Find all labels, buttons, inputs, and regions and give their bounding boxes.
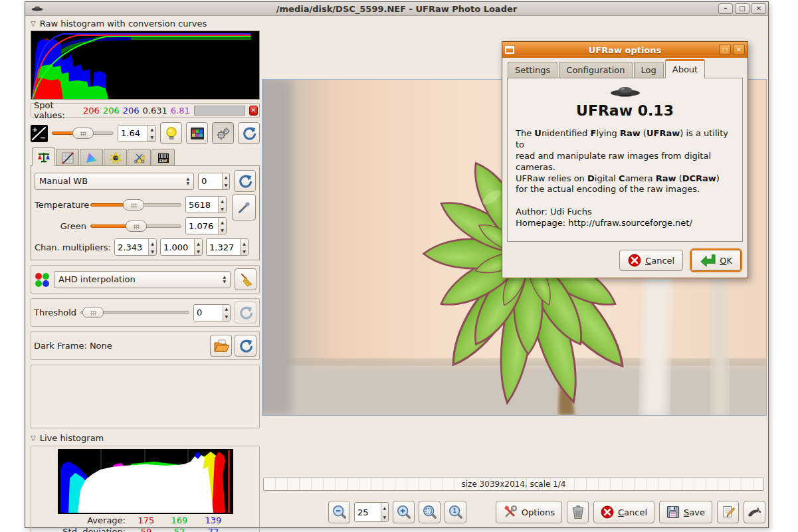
film-clip-button[interactable] xyxy=(186,122,208,144)
threshold-slider-handle[interactable] xyxy=(82,307,104,318)
zoom-100-button[interactable]: 1 xyxy=(445,501,466,523)
raw-histogram-expander[interactable]: ▽ Raw histogram with conversion curves xyxy=(31,18,260,29)
wb-preset-combo[interactable]: Manual WB ▲▼ xyxy=(35,173,194,190)
zoom-percent-spinbox[interactable]: ▲▼ xyxy=(354,502,389,522)
mult-green-input[interactable] xyxy=(161,239,194,255)
spot-values-bar: Spot values: 206 206 206 0.631 6.81 ✕ xyxy=(31,103,260,118)
cancel-button[interactable]: Cancel xyxy=(593,501,654,523)
spot-close-button[interactable]: ✕ xyxy=(249,106,258,116)
exposure-slider-handle[interactable] xyxy=(72,128,94,139)
options-button[interactable]: Options xyxy=(496,501,562,523)
temperature-input[interactable] xyxy=(186,197,218,213)
spin-up-icon[interactable]: ▲ xyxy=(219,197,226,205)
tab-settings[interactable]: Settings xyxy=(508,62,557,78)
temperature-spinbox[interactable]: ▲▼ xyxy=(185,196,227,213)
green-input[interactable] xyxy=(186,218,218,234)
auto-exposure-button[interactable] xyxy=(160,122,182,144)
wb-reset-button[interactable] xyxy=(234,170,256,192)
zoom-in-button[interactable] xyxy=(393,501,415,523)
spin-down-icon[interactable]: ▼ xyxy=(219,226,226,234)
mult-blue-spinbox[interactable]: ▲▼ xyxy=(206,238,249,256)
temperature-slider-handle[interactable] xyxy=(123,199,144,211)
wb-finetune-input[interactable] xyxy=(199,173,222,189)
tab-log[interactable]: Log xyxy=(634,62,664,78)
zoom-percent-input[interactable] xyxy=(355,503,381,521)
spot-ev: 6.81 xyxy=(171,106,190,116)
spin-up-icon[interactable]: ▲ xyxy=(241,239,248,247)
ok-arrow-icon xyxy=(700,253,716,268)
dialog-cancel-button[interactable]: Cancel xyxy=(619,250,683,271)
threshold-input[interactable] xyxy=(194,305,223,321)
spin-down-icon[interactable]: ▼ xyxy=(241,247,248,255)
exposure-reset-button[interactable] xyxy=(238,122,260,144)
dark-frame-reset-button[interactable] xyxy=(235,335,256,357)
ufraw-options-dialog: UFRaw options □ ✕ Settings Configuration… xyxy=(502,41,748,278)
tab-about[interactable]: About xyxy=(665,59,705,78)
spin-up-icon[interactable]: ▲ xyxy=(148,126,155,133)
exposure-slider[interactable] xyxy=(52,127,114,139)
tab-base-curve[interactable] xyxy=(56,149,79,166)
spin-up-icon[interactable]: ▲ xyxy=(223,305,231,313)
live-histogram-expander[interactable]: ▽ Live histogram xyxy=(31,432,260,444)
mult-blue-input[interactable] xyxy=(207,239,240,255)
wb-finetune-spinbox[interactable]: ▲▼ xyxy=(198,173,230,190)
spin-down-icon[interactable]: ▼ xyxy=(195,247,202,255)
green-slider-handle[interactable] xyxy=(126,221,147,232)
dialog-ok-button[interactable]: OK xyxy=(691,250,741,271)
raw-histogram-canvas[interactable] xyxy=(31,31,260,100)
average-blue: 139 xyxy=(196,515,231,525)
save-button[interactable]: Save xyxy=(659,501,712,523)
spin-up-icon[interactable]: ▲ xyxy=(223,173,229,181)
tab-white-balance[interactable] xyxy=(32,147,55,166)
save-as-button[interactable] xyxy=(717,501,739,523)
dialog-tabs: Settings Configuration Log About xyxy=(502,58,748,78)
mult-red-spinbox[interactable]: ▲▼ xyxy=(114,238,157,256)
temperature-slider[interactable] xyxy=(90,199,181,211)
interpolation-combo[interactable]: AHD interpolation ▲▼ xyxy=(54,271,231,288)
denoise-button[interactable] xyxy=(235,268,256,290)
tab-crop[interactable] xyxy=(128,149,151,166)
combo-arrows-icon: ▲▼ xyxy=(219,275,226,284)
spin-up-icon[interactable]: ▲ xyxy=(381,503,388,512)
minimize-button[interactable]: – xyxy=(718,3,733,14)
send-to-gimp-button[interactable] xyxy=(744,501,765,523)
zoom-fit-button[interactable] xyxy=(419,501,441,523)
dark-frame-open-button[interactable] xyxy=(210,335,232,357)
spin-down-icon[interactable]: ▼ xyxy=(223,313,231,321)
live-histogram-canvas[interactable] xyxy=(58,449,233,514)
spin-down-icon[interactable]: ▼ xyxy=(223,181,229,189)
tab-configuration[interactable]: Configuration xyxy=(559,62,632,78)
green-slider[interactable] xyxy=(90,220,181,232)
mult-red-input[interactable] xyxy=(115,239,148,255)
spin-down-icon[interactable]: ▼ xyxy=(149,247,156,255)
dialog-close-button[interactable]: ✕ xyxy=(733,44,745,55)
tab-exif[interactable]: EXIF xyxy=(151,149,175,166)
threshold-slider[interactable] xyxy=(80,306,189,319)
close-button[interactable]: ✕ xyxy=(751,3,766,14)
spin-down-icon[interactable]: ▼ xyxy=(381,512,388,521)
zoom-out-button[interactable] xyxy=(328,501,350,523)
dialog-maximize-button[interactable]: □ xyxy=(719,44,731,55)
titlebar[interactable]: /media/disk/DSC_5599.NEF - UFRaw Photo L… xyxy=(25,2,768,16)
exposure-value-input[interactable] xyxy=(118,126,148,141)
threshold-reset-button[interactable] xyxy=(235,302,256,323)
delete-button[interactable] xyxy=(567,501,589,523)
spin-down-icon[interactable]: ▼ xyxy=(148,133,155,141)
dialog-titlebar[interactable]: UFRaw options □ ✕ xyxy=(502,42,748,58)
svg-text:1: 1 xyxy=(452,507,456,514)
options-gears-button[interactable] xyxy=(212,122,234,144)
tab-color-correction[interactable] xyxy=(104,149,127,166)
spin-down-icon[interactable]: ▼ xyxy=(219,205,226,213)
spin-up-icon[interactable]: ▲ xyxy=(149,239,156,247)
green-spinbox[interactable]: ▲▼ xyxy=(185,217,227,234)
mult-green-spinbox[interactable]: ▲▼ xyxy=(160,238,203,256)
color-wheel-icon xyxy=(110,152,122,164)
spin-up-icon[interactable]: ▲ xyxy=(219,218,226,226)
threshold-spinbox[interactable]: ▲▼ xyxy=(193,304,231,321)
spot-wb-button[interactable] xyxy=(232,194,256,221)
spot-color-swatch xyxy=(194,106,245,116)
tab-color-management[interactable] xyxy=(80,149,103,166)
exposure-spinbox[interactable]: ▲▼ xyxy=(118,125,156,142)
maximize-button[interactable]: □ xyxy=(735,3,749,14)
spin-up-icon[interactable]: ▲ xyxy=(195,239,202,247)
